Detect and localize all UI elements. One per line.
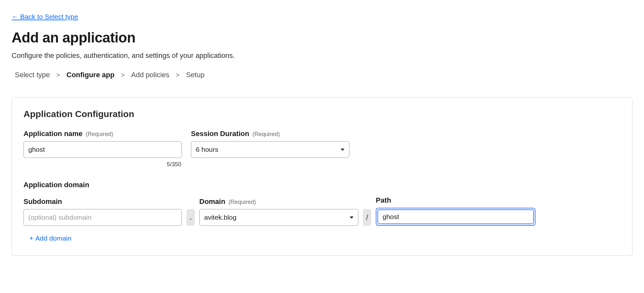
chevron-right-icon: > <box>176 71 180 79</box>
application-name-char-count: 5/350 <box>24 161 182 168</box>
session-duration-label: Session Duration <box>191 130 249 138</box>
caret-down-icon <box>350 216 354 219</box>
application-name-label: Application name <box>24 130 82 138</box>
path-field: Path <box>376 196 535 226</box>
session-duration-field: Session Duration Required 6 hours <box>191 130 349 168</box>
application-name-input[interactable] <box>24 141 182 158</box>
breadcrumb-step-add-policies[interactable]: Add policies <box>131 71 169 79</box>
domain-value: avitek.blog <box>204 214 236 221</box>
path-label: Path <box>376 196 391 205</box>
subdomain-input[interactable] <box>24 209 182 226</box>
required-badge: Required <box>86 131 113 138</box>
path-focus-ring <box>376 208 535 226</box>
dot-separator: . <box>186 209 195 226</box>
application-domain-section-label: Application domain <box>24 181 620 189</box>
plus-icon: + <box>29 234 33 243</box>
breadcrumb-step-select-type[interactable]: Select type <box>15 71 50 79</box>
page-title: Add an application <box>12 30 632 46</box>
slash-separator: / <box>363 209 371 226</box>
subdomain-field: Subdomain <box>24 197 182 226</box>
session-duration-value: 6 hours <box>196 146 218 153</box>
add-domain-button[interactable]: + Add domain <box>24 234 71 243</box>
required-badge: Required <box>252 131 280 138</box>
subdomain-label: Subdomain <box>24 197 62 206</box>
back-link[interactable]: ← Back to Select type <box>12 13 78 21</box>
domain-field: Domain Required avitek.blog <box>199 197 358 226</box>
page-subtitle: Configure the policies, authentication, … <box>12 51 632 60</box>
add-domain-label: Add domain <box>35 234 71 242</box>
application-name-field: Application name Required 5/350 <box>24 130 182 168</box>
caret-down-icon <box>341 149 345 151</box>
session-duration-select[interactable]: 6 hours <box>191 141 349 158</box>
breadcrumb-step-configure-app[interactable]: Configure app <box>67 71 115 79</box>
domain-label: Domain <box>199 197 225 206</box>
breadcrumb: Select type > Configure app > Add polici… <box>12 71 632 79</box>
card-title: Application Configuration <box>24 109 620 119</box>
chevron-right-icon: > <box>56 71 60 79</box>
path-input[interactable] <box>377 209 534 224</box>
required-badge: Required <box>229 199 256 206</box>
chevron-right-icon: > <box>121 71 125 79</box>
breadcrumb-step-setup[interactable]: Setup <box>186 71 205 79</box>
domain-select[interactable]: avitek.blog <box>199 209 358 226</box>
application-configuration-card: Application Configuration Application na… <box>12 97 632 256</box>
